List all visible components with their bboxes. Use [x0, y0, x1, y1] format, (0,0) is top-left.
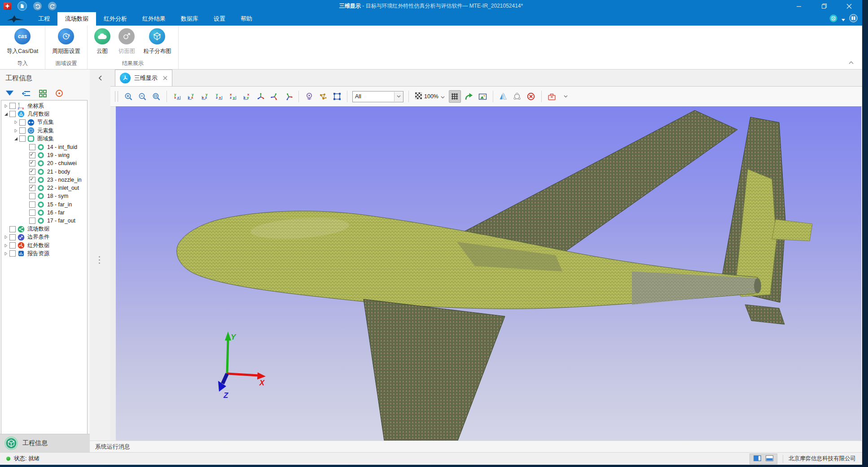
tree-expander-icon[interactable]: [13, 120, 19, 124]
panel-bottom-tab[interactable]: 工程信息: [0, 434, 90, 452]
tree-checkbox[interactable]: [29, 185, 35, 191]
tree-item-14[interactable]: 17 - far_out: [1, 217, 87, 225]
menu-tab-5[interactable]: 设置: [206, 12, 233, 26]
export-view-button[interactable]: [463, 90, 475, 103]
more-options-caret[interactable]: [560, 90, 572, 103]
zoom-fit-button[interactable]: [150, 90, 162, 103]
tree-item-5[interactable]: 14 - int_fluid: [1, 143, 87, 151]
ribbon-button-cas[interactable]: cas 导入Cas/Dat: [3, 28, 42, 55]
delete-entity-button[interactable]: [525, 90, 537, 103]
viewpoint-button[interactable]: [303, 90, 315, 103]
collapse-ribbon-button[interactable]: [847, 59, 855, 65]
tree-expander-icon[interactable]: [3, 235, 9, 239]
particle-trace-button[interactable]: [317, 90, 329, 103]
tree-item-4[interactable]: 面域集: [1, 135, 87, 143]
tree-item-9[interactable]: 23 - nozzle_in: [1, 176, 87, 184]
tree-checkbox[interactable]: [29, 218, 35, 224]
tree-checkbox[interactable]: [29, 160, 35, 166]
help-book-icon[interactable]: [849, 14, 858, 24]
view-iso-1-button[interactable]: [254, 90, 267, 103]
toolbar-grip[interactable]: [115, 91, 118, 102]
minimize-button[interactable]: [792, 1, 806, 11]
opacity-caret-icon[interactable]: [441, 92, 445, 100]
menu-tab-6[interactable]: 帮助: [233, 12, 260, 26]
tree-checkbox[interactable]: [19, 135, 26, 142]
new-file-icon[interactable]: [18, 1, 27, 11]
ribbon-button-clock[interactable]: 周期面设置: [48, 28, 84, 55]
tree-checkbox[interactable]: [29, 144, 35, 150]
tree-checkbox[interactable]: [9, 234, 16, 240]
view-front-button[interactable]: x z y: [171, 90, 183, 103]
list-collapse-icon[interactable]: [21, 88, 31, 98]
collapse-panel-button[interactable]: [96, 74, 104, 82]
menu-tab-1[interactable]: 流场数据: [57, 12, 96, 26]
locate-target-icon[interactable]: [54, 88, 64, 98]
display-filter-combo[interactable]: All: [352, 91, 403, 102]
view-top-button[interactable]: z y x: [227, 90, 239, 103]
ribbon-button-cube[interactable]: 粒子分布图: [139, 28, 175, 55]
tree-item-15[interactable]: 流场数据: [1, 225, 87, 233]
tree-checkbox[interactable]: [29, 177, 35, 183]
tree-checkbox[interactable]: [9, 242, 16, 249]
tree-item-3[interactable]: 元素集: [1, 127, 87, 135]
zoom-out-button[interactable]: [136, 90, 149, 103]
tree-item-12[interactable]: 15 - far_in: [1, 201, 87, 209]
tree-expander-icon[interactable]: [3, 104, 9, 108]
tree-item-2[interactable]: 节点集: [1, 118, 87, 127]
blocks-icon[interactable]: [38, 88, 48, 98]
zoom-in-button[interactable]: [123, 90, 135, 103]
tree-checkbox[interactable]: [9, 250, 16, 257]
style-switch-icon[interactable]: [829, 14, 837, 24]
view-back-button[interactable]: z x y: [185, 90, 197, 103]
mirror-button[interactable]: [497, 90, 509, 103]
splitter-handle[interactable]: [99, 256, 100, 264]
tree-checkbox[interactable]: [9, 103, 16, 109]
tab-close-icon[interactable]: [163, 76, 167, 80]
tree-checkbox[interactable]: [9, 226, 16, 232]
grid-toggle-button[interactable]: [449, 90, 461, 103]
tree-checkbox[interactable]: [29, 193, 35, 199]
redo-icon[interactable]: [48, 2, 57, 10]
undo-icon[interactable]: [33, 2, 42, 10]
tree-item-6[interactable]: 19 - wing: [1, 151, 87, 159]
tree-item-17[interactable]: 红外数据: [1, 241, 87, 249]
menu-tab-0[interactable]: 工程: [31, 12, 57, 26]
tree-item-8[interactable]: 21 - body: [1, 167, 87, 175]
ribbon-button-slice[interactable]: 切面图: [114, 28, 140, 55]
layout-left-panel-icon[interactable]: [754, 455, 761, 463]
tree-item-11[interactable]: 18 - sym: [1, 192, 87, 200]
tree-item-10[interactable]: 22 - inlet_out: [1, 184, 87, 192]
tree-expander-icon[interactable]: [3, 112, 9, 116]
tree-checkbox[interactable]: [29, 169, 35, 175]
tree-checkbox[interactable]: [9, 111, 16, 117]
tree-expander-icon[interactable]: [3, 252, 9, 256]
snapshot-button[interactable]: [477, 90, 489, 103]
ring-select-button[interactable]: [511, 90, 523, 103]
tree-checkbox[interactable]: [19, 127, 26, 134]
combo-dropdown-icon[interactable]: [394, 92, 403, 101]
menu-tab-2[interactable]: 红外分析: [96, 12, 135, 26]
tree-expander-icon[interactable]: [13, 129, 19, 133]
tree-item-13[interactable]: 16 - far: [1, 209, 87, 217]
select-region-button[interactable]: [331, 90, 343, 103]
app-logo-icon[interactable]: [4, 2, 11, 10]
ribbon-button-cloud[interactable]: 云图: [90, 28, 114, 55]
tree-expander-icon[interactable]: [3, 244, 9, 248]
tree-expander-icon[interactable]: [13, 137, 19, 141]
viewport-3d[interactable]: Y X Z: [116, 106, 861, 441]
view-left-button[interactable]: x z y: [199, 90, 211, 103]
tree-checkbox[interactable]: [19, 119, 26, 126]
menu-tab-4[interactable]: 数据库: [173, 12, 206, 26]
maximize-button[interactable]: [817, 1, 831, 11]
view-right-button[interactable]: z x y: [213, 90, 225, 103]
save-scene-button[interactable]: [546, 90, 558, 103]
dropdown-caret-icon[interactable]: [842, 15, 845, 23]
view-iso-2-button[interactable]: [268, 90, 281, 103]
tree-item-0[interactable]: YZX坐标系: [1, 102, 87, 110]
view-bottom-button[interactable]: z y x: [241, 90, 253, 103]
tree-checkbox[interactable]: [29, 201, 35, 208]
tree-item-16[interactable]: 边界条件: [1, 233, 87, 241]
tree-checkbox[interactable]: [29, 209, 35, 216]
tree-item-18[interactable]: 报告资源: [1, 249, 87, 258]
tree-item-1[interactable]: 几何数据: [1, 110, 87, 118]
